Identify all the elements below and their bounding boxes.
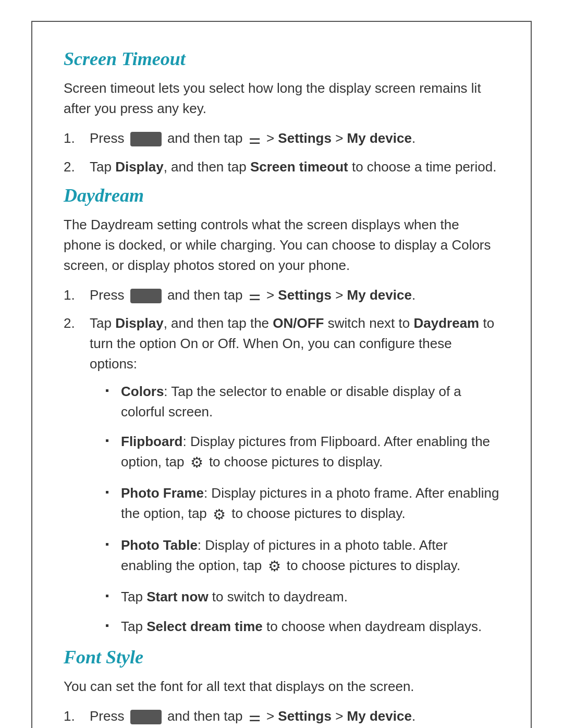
font-style-step-1: 1. Press and then tap ⚌ > Settings > My …	[64, 706, 499, 727]
display-bold: Display	[115, 159, 164, 175]
settings-bold: Settings	[278, 287, 332, 303]
daydream-step-1: 1. Press and then tap ⚌ > Settings > My …	[64, 285, 499, 306]
onoff-bold: ON/OFF	[273, 315, 324, 331]
font-style-desc: You can set the font for all text that d…	[64, 676, 499, 697]
step-number: 1.	[64, 285, 75, 305]
font-style-steps: 1. Press and then tap ⚌ > Settings > My …	[64, 706, 499, 728]
select-dream-time-bold: Select dream time	[146, 619, 263, 634]
gear-icon-photo-table: ⚙	[268, 556, 281, 577]
photo-table-bold: Photo Table	[121, 537, 198, 553]
font-style-section: Font Style You can set the font for all …	[64, 646, 499, 728]
daydream-section: Daydream The Daydream setting controls w…	[64, 184, 499, 637]
screen-timeout-step-1: 1. Press and then tap ⚌ > Settings > My …	[64, 128, 499, 150]
font-style-title: Font Style	[64, 646, 499, 668]
screen-timeout-steps: 1. Press and then tap ⚌ > Settings > My …	[64, 128, 499, 177]
screen-timeout-desc: Screen timeout lets you select how long …	[64, 78, 499, 119]
screen-timeout-title: Screen Timeout	[64, 48, 499, 70]
daydream-steps: 1. Press and then tap ⚌ > Settings > My …	[64, 285, 499, 375]
bullet-flipboard: Flipboard: Display pictures from Flipboa…	[105, 431, 499, 474]
settings-bold: Settings	[278, 708, 332, 724]
photo-frame-bold: Photo Frame	[121, 485, 204, 501]
flipboard-bold: Flipboard	[121, 434, 182, 449]
menu-icon: ⚌	[249, 286, 261, 306]
daydream-bold: Daydream	[413, 315, 479, 331]
bullet-photo-table: Photo Table: Display of pictures in a ph…	[105, 535, 499, 577]
screen-timeout-bold: Screen timeout	[250, 159, 348, 175]
display-bold: Display	[115, 315, 164, 331]
bullet-start-now: Tap Start now to switch to daydream.	[105, 587, 499, 607]
settings-bold: Settings	[278, 130, 332, 146]
page-container: Screen Timeout Screen timeout lets you s…	[31, 21, 532, 728]
home-button	[130, 289, 162, 303]
gear-icon-flipboard: ⚙	[190, 452, 203, 474]
screen-timeout-step-2: 2. Tap Display, and then tap Screen time…	[64, 157, 499, 177]
mydevice-bold: My device	[347, 287, 412, 303]
menu-icon: ⚌	[249, 707, 261, 727]
step-number: 1.	[64, 706, 75, 726]
step-number: 2.	[64, 157, 75, 177]
daydream-desc: The Daydream setting controls what the s…	[64, 215, 499, 276]
colors-bold: Colors	[121, 384, 164, 399]
menu-icon: ⚌	[249, 129, 261, 150]
daydream-title: Daydream	[64, 184, 499, 206]
daydream-bullets: Colors: Tap the selector to enable or di…	[64, 381, 499, 636]
home-button	[130, 710, 162, 724]
mydevice-bold: My device	[347, 130, 412, 146]
step-number: 1.	[64, 128, 75, 149]
gear-icon-photo-frame: ⚙	[213, 504, 226, 526]
home-button	[130, 132, 162, 146]
step-number: 2.	[64, 313, 75, 334]
bullet-colors: Colors: Tap the selector to enable or di…	[105, 381, 499, 422]
screen-timeout-section: Screen Timeout Screen timeout lets you s…	[64, 48, 499, 177]
start-now-bold: Start now	[146, 589, 208, 604]
bullet-photo-frame: Photo Frame: Display pictures in a photo…	[105, 483, 499, 525]
mydevice-bold: My device	[347, 708, 412, 724]
daydream-step-2: 2. Tap Display, and then tap the ON/OFF …	[64, 313, 499, 374]
bullet-select-dream-time: Tap Select dream time to choose when day…	[105, 616, 499, 637]
